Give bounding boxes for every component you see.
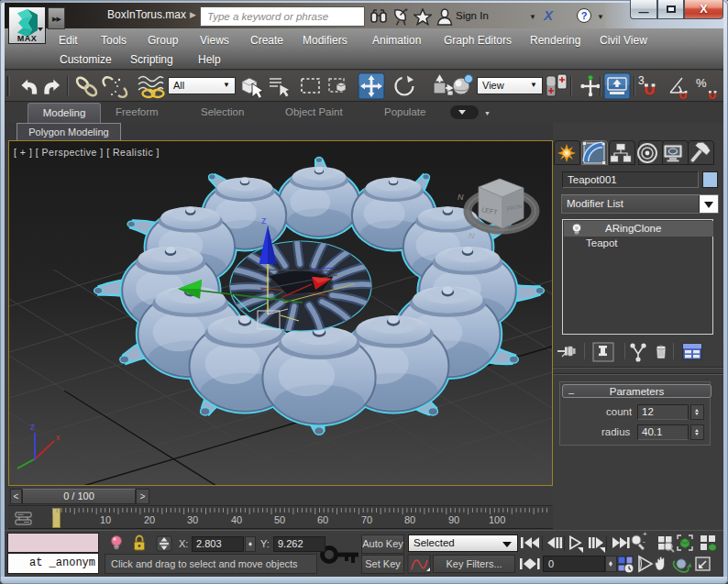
svg-text:%: %	[696, 76, 707, 90]
svg-text:z: z	[261, 215, 267, 226]
svg-text:x: x	[56, 433, 61, 442]
svg-text:N: N	[458, 193, 464, 202]
svg-text:3: 3	[638, 74, 645, 87]
svg-text:z: z	[30, 422, 35, 432]
svg-text:N: N	[469, 231, 475, 240]
svg-text:-: -	[643, 537, 645, 545]
